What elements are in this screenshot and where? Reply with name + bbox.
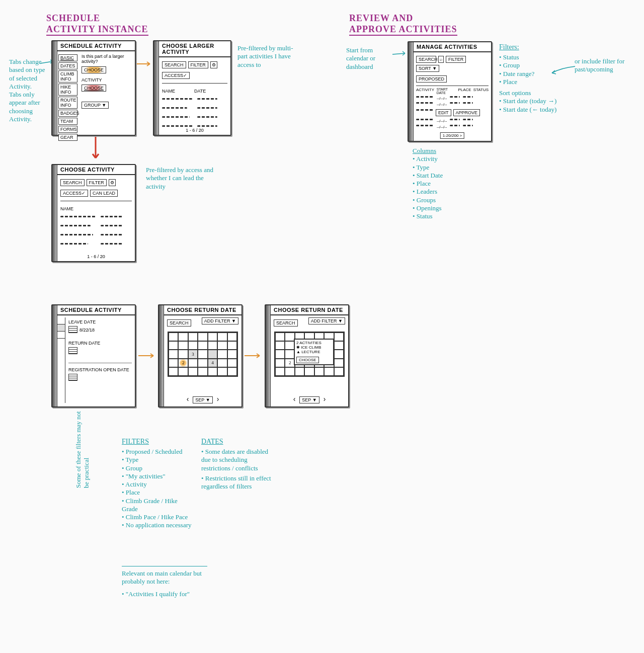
sort-item: • Start date (today →) [499,97,575,105]
list-item: • Group [122,464,192,472]
tab-hike-info[interactable]: HIKE INFO [58,84,77,96]
pager[interactable]: 1 - 6 / 20 [57,254,135,259]
access-chip[interactable]: ACCESS✓ [162,72,190,79]
tab-gear[interactable]: GEAR [58,134,77,141]
tab-team[interactable]: TEAM [58,118,77,125]
month-dropdown[interactable]: SEP ▼ [299,396,319,403]
filters2-heading: FILTERS [122,438,192,446]
wireframe-manage-activities: MANAGE ACTIVITIES Search ⌕ FILTER SORT ▼… [408,41,492,142]
table-row[interactable]: --/--/-- [416,119,489,123]
pager[interactable]: 1-20/200 > [440,132,464,139]
tab-forms[interactable]: FORMS [58,126,77,133]
col-item: • Groups [413,196,488,204]
pager[interactable]: 1 - 6 / 20 [159,128,230,133]
return-date-label: RETURN DATE [68,341,132,346]
next-month-button[interactable]: › [215,394,221,403]
heading-schedule: SCHEDULE ACTIVITY INSTANCE [46,13,148,36]
leave-date-label: LEAVE DATE [68,319,132,324]
proposed-chip[interactable]: PROPOSED [416,75,447,83]
can-lead-chip[interactable]: CAN LEAD [90,190,118,197]
tab-badges[interactable]: BADGES [58,110,77,117]
col-item: • Openings [413,204,488,212]
col-place: PLACE [458,88,471,95]
note-include-filter: or include filter for past/upcoming [575,57,630,74]
cal-day-selected[interactable]: 2 [178,359,188,367]
choose-larger-button[interactable]: CHOOSE [82,66,106,73]
approve-button[interactable]: APPROVE [453,109,480,116]
arrow-include-filter [551,65,576,75]
list-item: • Climb Pace / Hike Pace [122,513,192,521]
add-filter-button[interactable]: ADD FILTER ▼ [308,317,345,324]
calendar-icon[interactable] [68,326,77,333]
arrow-to-return-date-2 [245,352,262,360]
calendar-grid[interactable]: 3 24 [168,332,238,377]
cal-day[interactable]: 2 [285,359,294,367]
col-name: NAME [162,89,192,94]
popup-line: 2 ACTIVITIES [296,341,332,345]
filter-button[interactable]: FILTER [446,56,466,63]
choose-activity-button[interactable]: CHOOSE [82,85,106,92]
col-item: • Status [413,212,488,220]
cal-day-has-events[interactable]: 4 [208,359,217,367]
next-month-button[interactable]: › [321,394,328,403]
note-choose-activity: Pre-filtered by access and whether I can… [146,166,216,191]
relevant-note: Relevant on main calendar but probably n… [122,569,207,586]
list-item: • Proposed / Scheduled [122,448,192,456]
dates2-heading: DATES [201,438,277,446]
leave-date-value: 8/22/18 [79,328,95,333]
tab-basic[interactable]: BASIC [58,54,77,61]
wireframe-return-date-2: CHOOSE RETURN DATE SEARCH ADD FILTER ▼ 2… [265,304,349,407]
add-filter-button[interactable]: ADD FILTER ▼ [202,317,238,324]
edit-button[interactable]: EDIT [436,109,451,116]
wf-title: CHOOSE ACTIVITY [57,165,135,175]
filter-item: • Place [499,78,575,86]
prev-month-button[interactable]: ‹ [291,394,298,403]
sort-heading: Sort options [499,89,575,97]
search-input[interactable]: SEARCH [167,319,191,326]
settings-icon[interactable]: ⚙ [210,61,217,68]
list-item: • Place [122,488,192,497]
sort-dropdown[interactable]: SORT ▼ [416,65,439,72]
month-dropdown[interactable]: SEP ▼ [193,396,212,403]
filter-item: • Status [499,53,575,61]
prev-month-button[interactable]: ‹ [185,394,191,403]
sort-item: • Start date (← today) [499,106,575,114]
search-icon[interactable]: ⌕ [438,56,444,63]
search-input[interactable]: SEARCH [60,179,85,186]
table-row[interactable]: --/--/-- [416,102,489,107]
return-calendar-icon[interactable] [68,347,77,354]
choose-button[interactable]: CHOOSE [296,357,319,363]
list-item: • No application necessary [122,521,192,529]
filters-heading: Filters: [499,43,575,51]
tab-dates[interactable]: DATES [58,62,77,69]
tab-climb-info[interactable]: CLIMB INFO [58,70,77,83]
popup-line: ▲ LECTURE [296,350,332,354]
search-input[interactable]: SEARCH [274,319,298,326]
search-input[interactable]: SEARCH [162,61,186,68]
tab-route-info[interactable]: ROUTE INFO [58,97,77,109]
list-item: • Some dates are disabled due to schedul… [201,448,277,472]
col-item: • Place [413,180,488,188]
table-row-selected[interactable]: EDIT APPROVE [416,109,489,116]
filter-button[interactable]: FILTER [87,179,107,186]
heading-review: REVIEW AND APPROVE ACTIVITIES [349,13,457,36]
wf-title: MANAGE ACTIVITIES [414,42,491,52]
calendar-icon[interactable] [68,374,77,381]
col-item: • Type [413,164,488,172]
table-row[interactable]: --/--/-- [416,96,489,101]
settings-icon[interactable]: ⚙ [109,179,116,186]
wireframe-choose-activity: CHOOSE ACTIVITY SEARCH FILTER ⚙ ACCESS✓ … [51,164,136,262]
table-row[interactable]: --/--/-- [416,125,489,129]
access-chip[interactable]: ACCESS✓ [60,190,88,197]
columns-heading: Columns [413,147,488,155]
sidenote-filters-practical: Some of these filters may not be practic… [74,407,91,488]
arrow-start-from [392,50,408,58]
group-dropdown[interactable]: GROUP ▼ [82,102,109,109]
list-item: • Type [122,456,192,464]
wf-title: SCHEDULE ACTIVITY [57,41,135,51]
filter-button[interactable]: FILTER [188,61,208,68]
wf-title: CHOOSE RETURN DATE [271,305,348,315]
col-item: • Leaders [413,188,488,196]
reg-date-label: REGISTRATION OPEN DATE [68,367,132,372]
search-input[interactable]: Search [416,56,436,63]
